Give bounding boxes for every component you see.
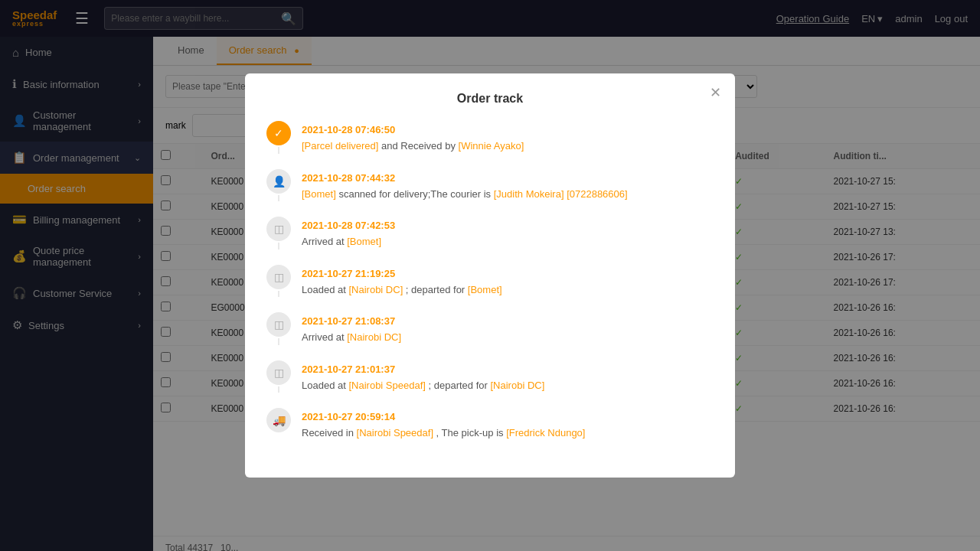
modal-title: Order track bbox=[266, 92, 714, 106]
timeline-time: 2021-10-27 21:01:37 bbox=[302, 364, 714, 375]
timeline-event-icon: 👤 bbox=[266, 169, 291, 194]
timeline-description: Loaded at [Nairobi DC] ; departed for [B… bbox=[302, 282, 714, 298]
timeline-event-icon: ◫ bbox=[266, 360, 291, 385]
timeline-description: Received in [Nairobi Speedaf] , The pick… bbox=[302, 425, 714, 441]
timeline-highlight: [Judith Mokeira] bbox=[494, 188, 564, 200]
timeline-text: and Received by bbox=[378, 140, 458, 152]
timeline-text: Arrived at bbox=[302, 331, 347, 343]
timeline-connector bbox=[278, 243, 279, 249]
timeline-description: Arrived at [Nairobi DC] bbox=[302, 330, 714, 345]
timeline-connector bbox=[278, 386, 279, 393]
timeline-content: 2021-10-27 21:01:37Loaded at [Nairobi Sp… bbox=[302, 360, 714, 393]
timeline-icon-wrap: 👤 bbox=[266, 169, 291, 202]
timeline-event-icon: ◫ bbox=[266, 217, 291, 241]
timeline-time: 2021-10-28 07:44:32 bbox=[302, 172, 714, 184]
timeline-time: 2021-10-27 21:08:37 bbox=[302, 315, 714, 327]
timeline-content: 2021-10-27 20:59:14Received in [Nairobi … bbox=[302, 408, 714, 441]
timeline-highlight: [Nairobi Speedaf] bbox=[357, 427, 433, 439]
timeline-icon-wrap: ◫ bbox=[266, 265, 291, 298]
timeline-text: Loaded at bbox=[302, 284, 348, 295]
timeline-time: 2021-10-28 07:46:50 bbox=[302, 124, 714, 135]
timeline-text: scanned for delivery;The courier is bbox=[336, 188, 494, 200]
timeline-item: ◫2021-10-27 21:19:25Loaded at [Nairobi D… bbox=[266, 265, 714, 298]
timeline-highlight: [Nairobi DC] bbox=[490, 380, 544, 391]
timeline-description: [Bomet] scanned for delivery;The courier… bbox=[302, 187, 714, 202]
timeline-highlight: [Fredrick Ndungo] bbox=[506, 427, 585, 439]
timeline-text: Arrived at bbox=[302, 236, 347, 247]
timeline-item: ◫2021-10-27 21:01:37Loaded at [Nairobi S… bbox=[266, 360, 714, 393]
timeline-item: ◫2021-10-27 21:08:37Arrived at [Nairobi … bbox=[266, 312, 714, 345]
timeline-connector bbox=[278, 147, 279, 154]
order-track-modal: Order track ✕ ✓2021-10-28 07:46:50[Parce… bbox=[245, 73, 735, 478]
timeline-text: Loaded at bbox=[302, 380, 348, 391]
timeline-icon-wrap: ◫ bbox=[266, 360, 291, 393]
timeline-time: 2021-10-27 21:19:25 bbox=[302, 268, 714, 279]
timeline-icon-wrap: ◫ bbox=[266, 217, 291, 249]
timeline-time: 2021-10-27 20:59:14 bbox=[302, 411, 714, 422]
timeline-description: [Parcel delivered] and Received by [Winn… bbox=[302, 139, 714, 154]
timeline-connector bbox=[278, 338, 279, 345]
timeline-event-icon: ◫ bbox=[266, 312, 291, 337]
timeline-highlight: [Nairobi DC] bbox=[348, 284, 403, 295]
timeline-highlight: [Winnie Ayako] bbox=[459, 140, 524, 152]
timeline-item: ◫2021-10-28 07:42:53Arrived at [Bomet] bbox=[266, 217, 714, 249]
modal-overlay[interactable]: Order track ✕ ✓2021-10-28 07:46:50[Parce… bbox=[0, 0, 980, 551]
modal-close-button[interactable]: ✕ bbox=[710, 84, 721, 101]
timeline-event-icon: ✓ bbox=[266, 121, 291, 145]
timeline-connector bbox=[278, 291, 279, 298]
timeline-highlight: [Nairobi DC] bbox=[347, 331, 401, 343]
timeline-content: 2021-10-27 21:08:37Arrived at [Nairobi D… bbox=[302, 312, 714, 345]
timeline-description: Loaded at [Nairobi Speedaf] ; departed f… bbox=[302, 378, 714, 393]
timeline-item: 👤2021-10-28 07:44:32[Bomet] scanned for … bbox=[266, 169, 714, 202]
timeline-event-icon: ◫ bbox=[266, 265, 291, 289]
timeline-content: 2021-10-28 07:46:50[Parcel delivered] an… bbox=[302, 121, 714, 154]
timeline-content: 2021-10-28 07:42:53Arrived at [Bomet] bbox=[302, 217, 714, 249]
timeline-highlight: [Bomet] bbox=[347, 236, 381, 247]
timeline-content: 2021-10-27 21:19:25Loaded at [Nairobi DC… bbox=[302, 265, 714, 298]
timeline-connector bbox=[278, 195, 279, 202]
timeline-description: Arrived at [Bomet] bbox=[302, 234, 714, 249]
timeline-highlight: [Parcel delivered] bbox=[302, 140, 378, 152]
timeline-item: ✓2021-10-28 07:46:50[Parcel delivered] a… bbox=[266, 121, 714, 154]
timeline: ✓2021-10-28 07:46:50[Parcel delivered] a… bbox=[266, 121, 714, 441]
timeline-highlight: [Nairobi Speedaf] bbox=[348, 380, 425, 391]
timeline-highlight: [0722886606] bbox=[567, 188, 628, 200]
timeline-text: , The pick-up is bbox=[433, 427, 506, 439]
timeline-content: 2021-10-28 07:44:32[Bomet] scanned for d… bbox=[302, 169, 714, 202]
timeline-icon-wrap: ◫ bbox=[266, 312, 291, 345]
timeline-item: 🚚2021-10-27 20:59:14Received in [Nairobi… bbox=[266, 408, 714, 441]
timeline-icon-wrap: 🚚 bbox=[266, 408, 291, 441]
timeline-text: ; departed for bbox=[403, 284, 468, 295]
timeline-text: Received in bbox=[302, 427, 357, 439]
timeline-event-icon: 🚚 bbox=[266, 408, 291, 432]
timeline-icon-wrap: ✓ bbox=[266, 121, 291, 154]
timeline-text: ; departed for bbox=[426, 380, 491, 391]
timeline-highlight: [Bomet] bbox=[468, 284, 502, 295]
timeline-time: 2021-10-28 07:42:53 bbox=[302, 220, 714, 231]
timeline-highlight: [Bomet] bbox=[302, 188, 336, 200]
